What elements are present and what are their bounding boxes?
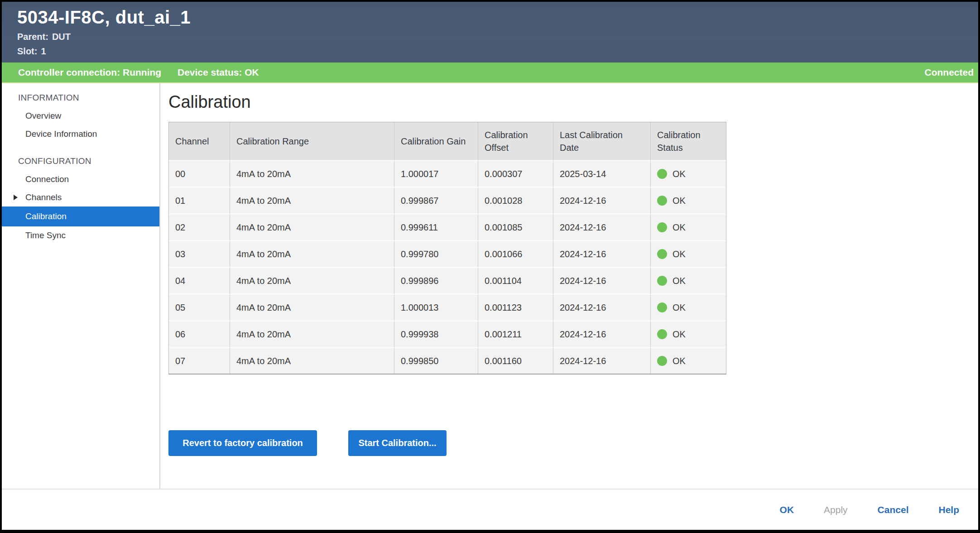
- status-ok-dot-icon: [657, 169, 667, 179]
- cancel-button[interactable]: Cancel: [878, 504, 909, 515]
- cell-range: 4mA to 20mA: [230, 161, 394, 188]
- status-ok-dot-icon: [657, 303, 667, 312]
- status-text: OK: [673, 356, 686, 366]
- slot-value: 1: [41, 46, 46, 56]
- device-configuration-window: 5034-IF8C, dut_ai_1 Parent:DUT Slot:1 Co…: [0, 0, 980, 533]
- table-row[interactable]: 05 4mA to 20mA 1.000013 0.001123 2024-12…: [169, 295, 726, 322]
- cell-status: OK: [651, 215, 726, 241]
- cell-status: OK: [651, 161, 726, 188]
- channels-expand-triangle-icon[interactable]: [14, 195, 18, 200]
- help-button[interactable]: Help: [938, 504, 959, 515]
- cell-channel: 02: [169, 215, 230, 241]
- sidebar-item-connection[interactable]: Connection: [2, 170, 159, 188]
- status-text: OK: [673, 169, 686, 179]
- status-bar-left: Controller connection: Running Device st…: [18, 67, 273, 78]
- cell-status: OK: [651, 241, 726, 268]
- cell-channel: 00: [169, 161, 230, 188]
- apply-button: Apply: [824, 504, 848, 515]
- col-header-channel: Channel: [169, 122, 230, 161]
- cell-date: 2024-12-16: [553, 295, 651, 322]
- table-row[interactable]: 02 4mA to 20mA 0.999611 0.001085 2024-12…: [169, 215, 726, 241]
- col-header-gain: Calibration Gain: [394, 122, 478, 161]
- status-text: OK: [673, 276, 686, 286]
- status-text: OK: [673, 196, 686, 206]
- cell-channel: 05: [169, 295, 230, 322]
- sidebar-section-information: INFORMATION Overview Device Information: [2, 89, 159, 143]
- status-text: OK: [673, 222, 686, 233]
- cell-date: 2024-12-16: [553, 348, 651, 374]
- cell-channel: 04: [169, 268, 230, 295]
- body-row: INFORMATION Overview Device Information …: [2, 83, 978, 489]
- status-ok-dot-icon: [657, 356, 667, 366]
- cell-gain: 0.999780: [394, 241, 478, 268]
- cell-gain: 1.000017: [394, 161, 478, 188]
- slot-line: Slot:1: [17, 46, 978, 57]
- cell-date: 2024-12-16: [553, 188, 651, 215]
- ok-button[interactable]: OK: [780, 504, 794, 515]
- table-row[interactable]: 03 4mA to 20mA 0.999780 0.001066 2024-12…: [169, 241, 726, 268]
- cell-gain: 0.999611: [394, 215, 478, 241]
- status-ok-dot-icon: [657, 222, 667, 232]
- sidebar-item-channels[interactable]: Channels: [2, 188, 159, 206]
- cell-gain: 0.999850: [394, 348, 478, 374]
- page-title: Calibration: [168, 92, 978, 112]
- calibration-table: Channel Calibration Range Calibration Ga…: [168, 122, 726, 375]
- status-ok-dot-icon: [657, 249, 667, 259]
- status-text: OK: [673, 329, 686, 340]
- cell-offset: 0.001123: [478, 295, 553, 322]
- cell-offset: 0.000307: [478, 161, 553, 188]
- main-content: Calibration Channel Calibration Range Ca…: [160, 83, 978, 489]
- parent-label: Parent:: [17, 32, 48, 42]
- status-bar: Controller connection: Running Device st…: [2, 62, 978, 83]
- action-buttons: Revert to factory calibration Start Cali…: [168, 430, 978, 456]
- cell-offset: 0.001028: [478, 188, 553, 215]
- app-header: 5034-IF8C, dut_ai_1 Parent:DUT Slot:1: [2, 2, 978, 62]
- cell-range: 4mA to 20mA: [230, 348, 394, 374]
- col-header-offset: Calibration Offset: [478, 122, 553, 161]
- cell-date: 2024-12-16: [553, 215, 651, 241]
- sidebar-section-information-label: INFORMATION: [2, 89, 159, 107]
- cell-status: OK: [651, 268, 726, 295]
- table-row[interactable]: 07 4mA to 20mA 0.999850 0.001160 2024-12…: [169, 348, 726, 374]
- parent-value: DUT: [52, 32, 71, 42]
- cell-status: OK: [651, 188, 726, 215]
- col-header-status: Calibration Status: [651, 122, 726, 161]
- sidebar-item-time-sync[interactable]: Time Sync: [2, 226, 159, 245]
- table-row[interactable]: 00 4mA to 20mA 1.000017 0.000307 2025-03…: [169, 161, 726, 188]
- cell-gain: 0.999938: [394, 322, 478, 348]
- cell-range: 4mA to 20mA: [230, 295, 394, 322]
- cell-offset: 0.001211: [478, 322, 553, 348]
- cell-status: OK: [651, 348, 726, 374]
- cell-gain: 0.999867: [394, 188, 478, 215]
- sidebar-item-calibration[interactable]: Calibration: [2, 206, 159, 226]
- table-row[interactable]: 01 4mA to 20mA 0.999867 0.001028 2024-12…: [169, 188, 726, 215]
- sidebar-section-configuration: CONFIGURATION Connection Channels Calibr…: [2, 152, 159, 245]
- parent-line: Parent:DUT: [17, 32, 978, 42]
- cell-offset: 0.001104: [478, 268, 553, 295]
- cell-date: 2024-12-16: [553, 268, 651, 295]
- status-text: OK: [673, 303, 686, 313]
- sidebar-item-device-information[interactable]: Device Information: [2, 125, 159, 143]
- cell-range: 4mA to 20mA: [230, 215, 394, 241]
- device-status: Device status: OK: [178, 67, 259, 77]
- col-header-date: Last Calibration Date: [553, 122, 651, 161]
- table-row[interactable]: 04 4mA to 20mA 0.999896 0.001104 2024-12…: [169, 268, 726, 295]
- cell-date: 2024-12-16: [553, 322, 651, 348]
- calibration-table-header: Channel Calibration Range Calibration Ga…: [169, 122, 726, 161]
- status-ok-dot-icon: [657, 329, 667, 339]
- connection-state-badge: Connected: [924, 67, 974, 78]
- calibration-table-body: 00 4mA to 20mA 1.000017 0.000307 2025-03…: [169, 161, 726, 374]
- cell-range: 4mA to 20mA: [230, 188, 394, 215]
- footer-bar: OK Apply Cancel Help: [2, 489, 978, 530]
- device-title: 5034-IF8C, dut_ai_1: [17, 7, 978, 28]
- controller-connection-status: Controller connection: Running: [18, 67, 161, 77]
- table-row[interactable]: 06 4mA to 20mA 0.999938 0.001211 2024-12…: [169, 322, 726, 348]
- start-calibration-button[interactable]: Start Calibration...: [348, 430, 447, 456]
- cell-channel: 06: [169, 322, 230, 348]
- revert-factory-calibration-button[interactable]: Revert to factory calibration: [168, 430, 317, 456]
- cell-channel: 03: [169, 241, 230, 268]
- col-header-range: Calibration Range: [230, 122, 394, 161]
- status-ok-dot-icon: [657, 276, 667, 286]
- sidebar-item-overview[interactable]: Overview: [2, 107, 159, 125]
- cell-channel: 01: [169, 188, 230, 215]
